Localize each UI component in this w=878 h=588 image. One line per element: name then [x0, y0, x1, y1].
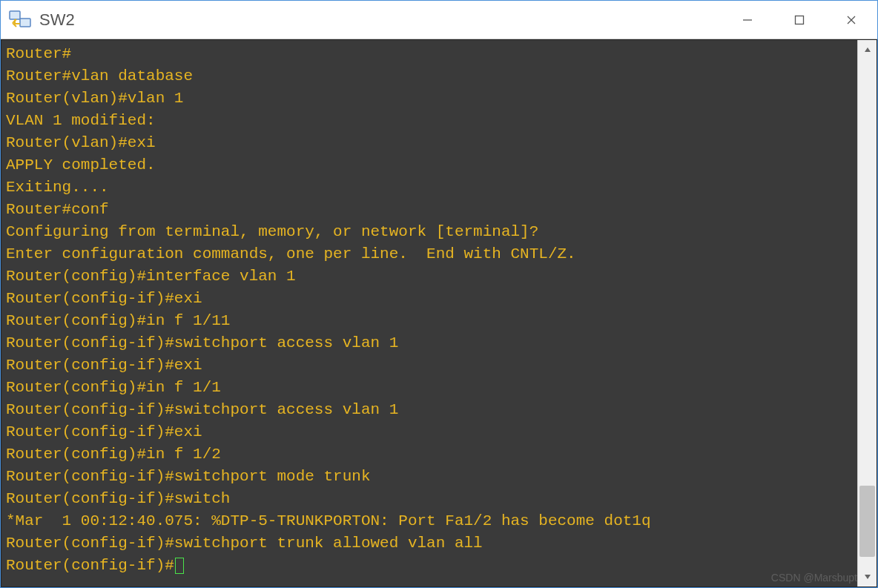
scrollbar-thumb[interactable] [859, 486, 875, 557]
terminal-line: Configuring from terminal, memory, or ne… [6, 221, 853, 243]
scroll-down-button[interactable] [858, 567, 877, 587]
terminal-cursor [175, 558, 184, 574]
terminal-line: Router(config-if)#switchport mode trunk [6, 466, 853, 488]
terminal-line: Router(config)#in f 1/2 [6, 443, 853, 466]
terminal-line: Router(config-if)#exi [6, 288, 853, 310]
terminal-line: *Mar 1 00:12:40.075: %DTP-5-TRUNKPORTON:… [6, 510, 853, 532]
terminal-line: Router(config)#interface vlan 1 [6, 265, 853, 288]
terminal-line: Router#conf [6, 199, 853, 221]
terminal-line: Router#vlan database [6, 65, 853, 87]
terminal-line: VLAN 1 modified: [6, 110, 853, 132]
terminal-line: Router(config)#in f 1/1 [6, 377, 853, 399]
svg-rect-0 [10, 11, 20, 19]
terminal-line: Router(config-if)#switchport trunk allow… [6, 532, 853, 555]
terminal-line: Router(config-if)#exi [6, 421, 853, 443]
terminal-line: Router(config-if)#switchport access vlan… [6, 399, 853, 421]
svg-rect-1 [20, 19, 30, 27]
terminal-line: Router(config-if)#exi [6, 354, 853, 377]
minimize-button[interactable] [722, 1, 773, 39]
putty-icon [8, 8, 32, 32]
close-button[interactable] [825, 1, 877, 39]
terminal[interactable]: Router#Router#vlan databaseRouter(vlan)#… [1, 40, 857, 587]
scrollbar-track[interactable] [858, 59, 877, 567]
vertical-scrollbar[interactable] [857, 40, 877, 587]
terminal-line: Router(vlan)#exi [6, 132, 853, 154]
terminal-line: Router(config-if)# [6, 555, 853, 577]
svg-rect-3 [796, 16, 804, 24]
terminal-line: Router# [6, 43, 853, 65]
titlebar[interactable]: SW2 [1, 1, 877, 39]
svg-marker-6 [865, 47, 871, 52]
terminal-line: Enter configuration commands, one per li… [6, 243, 853, 265]
terminal-container: Router#Router#vlan databaseRouter(vlan)#… [1, 39, 877, 587]
scroll-up-button[interactable] [858, 40, 877, 59]
terminal-line: Router(vlan)#vlan 1 [6, 87, 853, 110]
terminal-line: Router(config-if)#switchport access vlan… [6, 332, 853, 354]
svg-marker-7 [865, 575, 871, 579]
terminal-line: Router(config)#in f 1/11 [6, 310, 853, 332]
terminal-line: APPLY completed. [6, 154, 853, 176]
window-controls [722, 1, 877, 39]
terminal-line: Router(config-if)#switch [6, 488, 853, 510]
app-window: SW2 Router#Router#vlan databaseRouter(vl… [0, 0, 878, 588]
terminal-line: Exiting.... [6, 176, 853, 199]
maximize-button[interactable] [773, 1, 825, 39]
window-title: SW2 [39, 10, 75, 30]
